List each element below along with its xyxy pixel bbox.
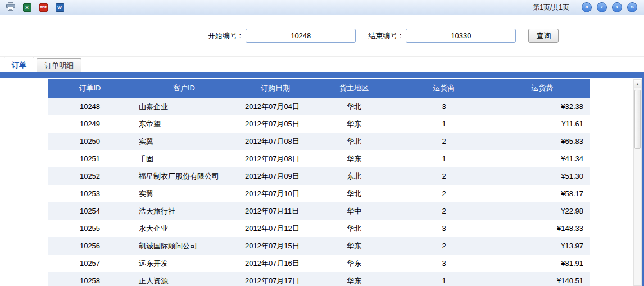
table-row[interactable]: 10256凯诚国际顾问公司2012年07月15日华东2¥13.97 <box>48 237 590 255</box>
search-button[interactable]: 查询 <box>528 29 559 43</box>
table-body: 10248山泰企业2012年07月04日华北3¥32.3810249东帝望201… <box>48 98 590 286</box>
table-row[interactable]: 10253实翼2012年07月10日华北2¥58.17 <box>48 185 590 202</box>
cell-customer-id: 凯诚国际顾问公司 <box>132 237 236 255</box>
cell-shipper: 1 <box>393 272 495 286</box>
cell-order-id: 10252 <box>48 167 132 185</box>
orders-table: 订单ID客户ID订购日期货主地区运货商运货费 10248山泰企业2012年07月… <box>48 79 590 286</box>
cell-ship-region: 华东 <box>315 272 393 286</box>
cell-freight: ¥11.61 <box>495 115 590 133</box>
right-edge-strip <box>642 72 644 286</box>
cell-order-date: 2012年07月17日 <box>236 272 315 286</box>
next-page-button[interactable]: › <box>612 2 622 12</box>
toolbar-icons: X PDF W <box>3 2 65 13</box>
table-row[interactable]: 10255永大企业2012年07月12日华北3¥148.33 <box>48 220 590 237</box>
cell-customer-id: 东帝望 <box>132 115 236 133</box>
cell-customer-id: 山泰企业 <box>132 98 236 115</box>
cell-shipper: 2 <box>393 133 495 150</box>
cell-freight: ¥22.98 <box>495 202 590 220</box>
cell-order-date: 2012年07月15日 <box>236 237 315 255</box>
cell-order-id: 10255 <box>48 220 132 237</box>
cell-shipper: 3 <box>393 255 495 272</box>
cell-order-id: 10253 <box>48 185 132 202</box>
table-row[interactable]: 10249东帝望2012年07月05日华东1¥11.61 <box>48 115 590 133</box>
cell-shipper: 1 <box>393 115 495 133</box>
cell-order-id: 10248 <box>48 98 132 115</box>
cell-order-date: 2012年07月09日 <box>236 167 315 185</box>
cell-customer-id: 远东开发 <box>132 255 236 272</box>
cell-customer-id: 永大企业 <box>132 220 236 237</box>
toolbar: X PDF W 第1页/共1页 « ‹ › » <box>0 0 644 15</box>
cell-ship-region: 华北 <box>315 220 393 237</box>
cell-ship-region: 华东 <box>315 150 393 167</box>
print-button[interactable] <box>5 2 16 13</box>
end-number-input[interactable] <box>406 29 516 43</box>
cell-customer-id: 实翼 <box>132 133 236 150</box>
tab-orders[interactable]: 订单 <box>4 57 34 72</box>
cell-shipper: 2 <box>393 167 495 185</box>
last-page-button[interactable]: » <box>627 2 637 12</box>
cell-order-id: 10249 <box>48 115 132 133</box>
export-excel-button[interactable]: X <box>21 2 33 13</box>
cell-customer-id: 千固 <box>132 150 236 167</box>
column-header-freight: 运货费 <box>495 79 590 98</box>
cell-ship-region: 华北 <box>315 185 393 202</box>
cell-order-date: 2012年07月10日 <box>236 185 315 202</box>
cell-customer-id: 福星制衣厂股份有限公司 <box>132 167 236 185</box>
column-header-customer-id: 客户ID <box>132 79 236 98</box>
table-row[interactable]: 10254浩天旅行社2012年07月11日华中2¥22.98 <box>48 202 590 220</box>
cell-freight: ¥65.83 <box>495 133 590 150</box>
table-row[interactable]: 10258正人资源2012年07月17日华东1¥140.51 <box>48 272 590 286</box>
cell-freight: ¥32.38 <box>495 98 590 115</box>
orders-table-wrap: 订单ID客户ID订购日期货主地区运货商运货费 10248山泰企业2012年07月… <box>48 78 590 286</box>
cell-shipper: 2 <box>393 202 495 220</box>
scroll-up-arrow-icon[interactable]: ▲ <box>634 80 641 88</box>
cell-shipper: 3 <box>393 98 495 115</box>
cell-ship-region: 东北 <box>315 167 393 185</box>
cell-freight: ¥13.97 <box>495 237 590 255</box>
cell-order-id: 10256 <box>48 237 132 255</box>
cell-order-id: 10250 <box>48 133 132 150</box>
export-word-button[interactable]: W <box>54 2 65 13</box>
start-number-input[interactable] <box>246 29 356 43</box>
tab-bar: 订单 订单明细 <box>0 56 644 72</box>
cell-shipper: 2 <box>393 237 495 255</box>
cell-order-date: 2012年07月11日 <box>236 202 315 220</box>
cell-order-date: 2012年07月16日 <box>236 255 315 272</box>
pager: « ‹ › » <box>582 2 641 12</box>
tab-accent-strip <box>0 72 644 78</box>
query-bar: 开始编号 : 结束编号 : 查询 <box>0 15 644 56</box>
scrollbar-thumb[interactable] <box>634 90 641 149</box>
table-row[interactable]: 10251千固2012年07月08日华东1¥41.34 <box>48 150 590 167</box>
export-pdf-button[interactable]: PDF <box>38 2 49 13</box>
table-header-row: 订单ID客户ID订购日期货主地区运货商运货费 <box>48 79 590 98</box>
cell-shipper: 3 <box>393 220 495 237</box>
cell-order-date: 2012年07月12日 <box>236 220 315 237</box>
cell-freight: ¥51.30 <box>495 167 590 185</box>
printer-icon <box>6 2 15 12</box>
table-row[interactable]: 10252福星制衣厂股份有限公司2012年07月09日东北2¥51.30 <box>48 167 590 185</box>
vertical-scrollbar[interactable]: ▲ <box>633 79 642 286</box>
word-icon: W <box>56 3 64 12</box>
cell-ship-region: 华中 <box>315 202 393 220</box>
first-page-button[interactable]: « <box>582 2 592 12</box>
cell-freight: ¥41.34 <box>495 150 590 167</box>
report-content: 订单ID客户ID订购日期货主地区运货商运货费 10248山泰企业2012年07月… <box>0 78 644 286</box>
column-header-order-id: 订单ID <box>48 79 132 98</box>
cell-customer-id: 实翼 <box>132 185 236 202</box>
tab-order-details[interactable]: 订单明细 <box>37 58 81 72</box>
table-row[interactable]: 10248山泰企业2012年07月04日华北3¥32.38 <box>48 98 590 115</box>
cell-ship-region: 华东 <box>315 237 393 255</box>
table-row[interactable]: 10257远东开发2012年07月16日华东3¥81.91 <box>48 255 590 272</box>
cell-freight: ¥140.51 <box>495 272 590 286</box>
column-header-order-date: 订购日期 <box>236 79 315 98</box>
previous-page-button[interactable]: ‹ <box>597 2 607 12</box>
start-number-label: 开始编号 : <box>208 31 241 41</box>
end-number-label: 结束编号 : <box>368 31 401 41</box>
cell-order-id: 10251 <box>48 150 132 167</box>
column-header-ship-region: 货主地区 <box>315 79 393 98</box>
cell-shipper: 1 <box>393 150 495 167</box>
cell-customer-id: 浩天旅行社 <box>132 202 236 220</box>
cell-freight: ¥81.91 <box>495 255 590 272</box>
table-row[interactable]: 10250实翼2012年07月08日华北2¥65.83 <box>48 133 590 150</box>
excel-icon: X <box>23 3 31 12</box>
